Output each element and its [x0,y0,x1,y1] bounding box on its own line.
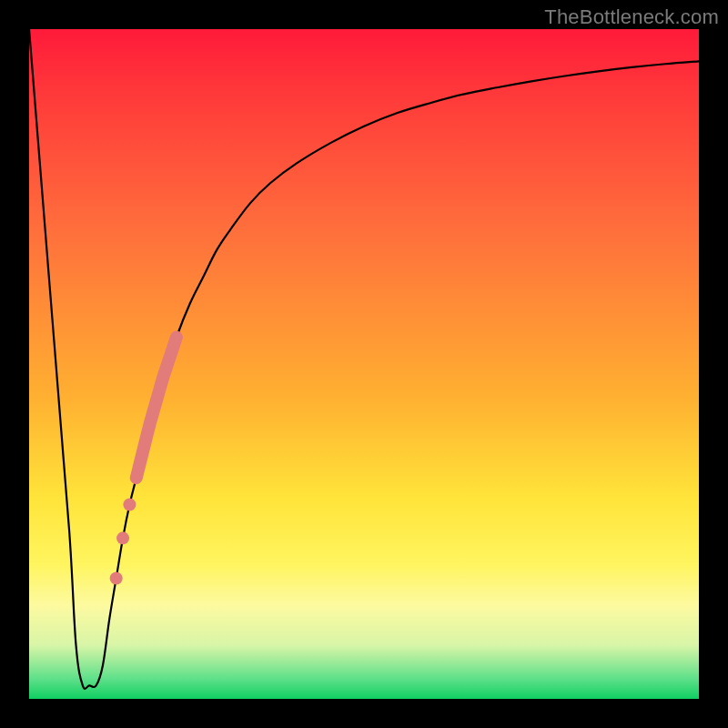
bottleneck-curve [29,29,699,689]
chart-frame: TheBottleneck.com [0,0,728,728]
curve-dots [110,499,136,585]
dot-3 [110,572,123,585]
highlight-segment [136,338,177,479]
plot-area [29,29,699,699]
chart-svg [29,29,699,699]
watermark-text: TheBottleneck.com [544,5,719,29]
dot-1 [123,499,136,511]
dot-2 [116,531,129,544]
